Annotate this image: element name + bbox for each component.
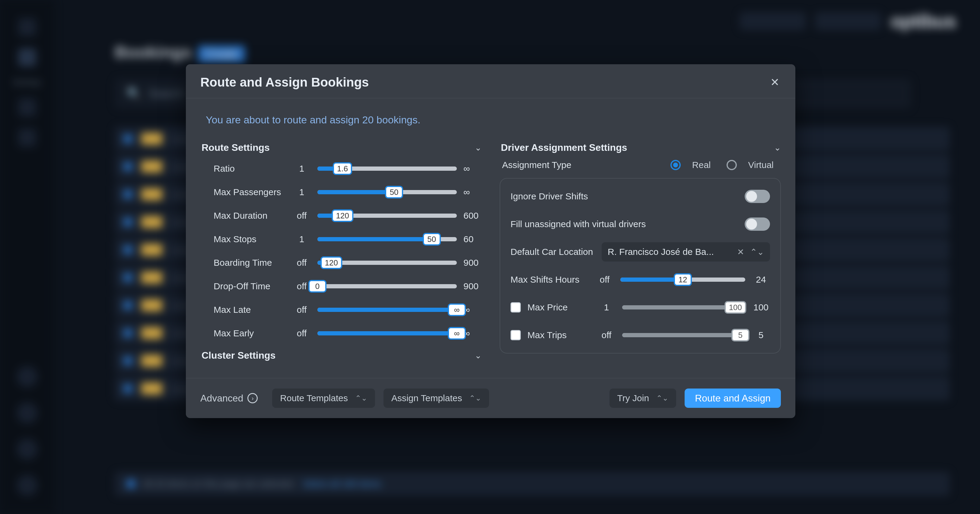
modal-footer: Advanced › Route Templates ⌃⌄ Assign Tem… [186, 378, 795, 418]
route-assign-modal: Route and Assign Bookings ✕ You are abou… [186, 64, 795, 418]
default-location-select[interactable]: R. Francisco José de Ba... ✕ ⌃⌄ [601, 242, 770, 261]
advanced-toggle[interactable]: Advanced › [200, 393, 258, 404]
route-setting-slider[interactable]: ∞ [317, 327, 457, 339]
route-settings-header[interactable]: Route Settings ⌄ [202, 142, 482, 153]
radio-virtual-label: Virtual [748, 160, 774, 170]
max-shift-hours-min: off [596, 274, 614, 285]
clear-icon[interactable]: ✕ [737, 247, 744, 257]
max-shift-hours-label: Max Shifts Hours [511, 274, 589, 285]
route-setting-slider[interactable]: ∞ [317, 304, 457, 316]
route-setting-value: 0 [309, 280, 326, 293]
modal-header: Route and Assign Bookings ✕ [186, 64, 795, 98]
route-setting-label: Max Late [214, 305, 286, 315]
cluster-settings-header[interactable]: Cluster Settings ⌄ [202, 350, 482, 361]
advanced-icon: › [247, 393, 258, 403]
max-trips-slider[interactable]: 5 [622, 329, 745, 341]
route-and-assign-label: Route and Assign [695, 393, 771, 404]
max-trips-row: Max Trips off 5 5 [511, 326, 770, 344]
route-setting-value: ∞ [448, 327, 466, 340]
max-price-slider[interactable]: 100 [622, 301, 745, 313]
route-setting-label: Max Duration [214, 210, 286, 221]
radio-real-label: Real [692, 160, 711, 170]
max-trips-checkbox[interactable] [511, 330, 521, 340]
bottom-rail-icons [12, 366, 42, 496]
assignment-type-label: Assignment Type [502, 160, 662, 170]
route-settings-rows: Ratio11.6∞Max Passengers150∞Max Duration… [200, 160, 482, 342]
default-location-row: Default Car Location R. Francisco José d… [511, 243, 770, 261]
route-setting-row: Ratio11.6∞ [214, 160, 482, 177]
max-price-max: 100 [752, 302, 770, 312]
max-price-checkbox[interactable] [511, 302, 521, 312]
route-setting-min: 1 [293, 234, 311, 244]
fill-virtual-row: Fill unassigned with virtual drivers [511, 215, 770, 233]
route-setting-slider[interactable]: 120 [317, 257, 457, 269]
route-setting-min: off [293, 258, 311, 268]
route-setting-label: Boarding Time [214, 258, 286, 268]
page-title-area: Bookings Create [115, 42, 245, 62]
route-setting-max: ∞ [463, 305, 482, 315]
max-price-value: 100 [725, 301, 746, 314]
route-setting-label: Max Passengers [214, 187, 286, 197]
route-setting-max: 900 [463, 281, 482, 291]
max-shift-hours-slider[interactable]: 12 [620, 274, 745, 286]
max-shift-hours-max: 24 [752, 274, 770, 285]
route-setting-value: ∞ [448, 304, 466, 316]
route-setting-slider[interactable]: 1.6 [317, 162, 457, 175]
nav-trips-icon [18, 18, 36, 36]
route-templates-label: Route Templates [280, 393, 348, 403]
route-setting-row: Max Stops15060 [214, 231, 482, 248]
page-badge: Create [198, 46, 245, 63]
driver-settings-title: Driver Assignment Settings [501, 142, 627, 153]
route-setting-min: off [293, 305, 311, 315]
try-join-select[interactable]: Try Join ⌃⌄ [609, 388, 676, 408]
ignore-shifts-toggle[interactable] [745, 190, 770, 203]
route-setting-slider[interactable]: 50 [317, 233, 457, 245]
chevron-down-icon: ⌄ [475, 143, 482, 153]
route-setting-label: Max Early [214, 328, 286, 339]
route-setting-max: 600 [463, 210, 482, 221]
route-settings-column: Route Settings ⌄ Ratio11.6∞Max Passenger… [200, 137, 482, 368]
fill-virtual-toggle[interactable] [745, 218, 770, 231]
modal-info: You are about to route and assign 20 boo… [206, 114, 781, 126]
route-setting-slider[interactable]: 120 [317, 210, 457, 222]
assignment-type-row: Assignment Type Real Virtual [502, 160, 781, 170]
modal-title: Route and Assign Bookings [200, 75, 369, 89]
try-join-label: Try Join [617, 393, 649, 403]
assign-templates-select[interactable]: Assign Templates ⌃⌄ [383, 388, 489, 408]
nav-bookings-label: Bookings [14, 78, 41, 86]
route-setting-row: Max Passengers150∞ [214, 183, 482, 201]
default-location-label: Default Car Location [511, 247, 595, 257]
route-setting-min: 1 [293, 164, 311, 174]
route-setting-max: ∞ [463, 328, 482, 339]
chevron-down-icon: ⌄ [475, 350, 482, 360]
driver-settings-box: Ignore Driver Shifts Fill unassigned wit… [500, 178, 781, 353]
cluster-settings-title: Cluster Settings [202, 350, 275, 361]
route-templates-select[interactable]: Route Templates ⌃⌄ [272, 388, 375, 408]
assign-templates-label: Assign Templates [391, 393, 462, 403]
route-setting-min: 1 [293, 187, 311, 197]
route-setting-slider[interactable]: 50 [317, 186, 457, 198]
close-icon[interactable]: ✕ [769, 76, 781, 88]
driver-settings-header[interactable]: Driver Assignment Settings ⌄ [501, 142, 781, 153]
max-price-row: Max Price 1 100 100 [511, 299, 770, 316]
top-header: optibus [60, 0, 980, 42]
route-setting-slider[interactable]: 0 [317, 280, 457, 292]
route-setting-value: 120 [332, 209, 353, 222]
modal-body: You are about to route and assign 20 boo… [186, 98, 795, 378]
max-shift-hours-value: 12 [674, 273, 692, 286]
ignore-shifts-row: Ignore Driver Shifts [511, 188, 770, 205]
max-trips-value: 5 [731, 329, 749, 341]
route-and-assign-button[interactable]: Route and Assign [685, 388, 781, 408]
route-setting-row: Max Lateoff∞∞ [214, 301, 482, 318]
page-title: Bookings [115, 43, 192, 62]
nav-rail: Bookings [0, 0, 54, 514]
ignore-shifts-label: Ignore Driver Shifts [511, 191, 738, 202]
radio-virtual[interactable] [727, 160, 737, 170]
route-setting-row: Drop-Off Timeoff0900 [214, 277, 482, 295]
chevron-down-icon: ⌄ [774, 143, 781, 153]
route-setting-max: ∞ [463, 187, 482, 197]
brand-logo: optibus [890, 10, 956, 32]
route-setting-row: Max Earlyoff∞∞ [214, 325, 482, 342]
radio-real[interactable] [670, 160, 681, 170]
fill-virtual-label: Fill unassigned with virtual drivers [511, 219, 738, 229]
